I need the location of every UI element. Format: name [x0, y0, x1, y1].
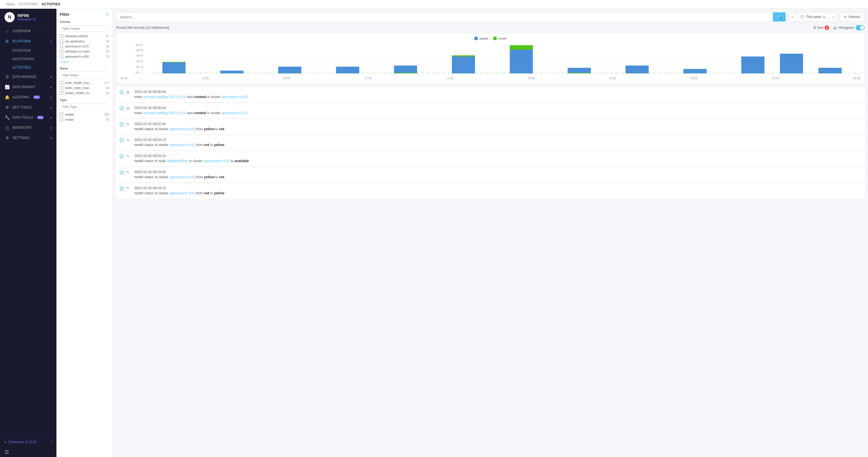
- activity-link-cluster[interactable]: opensearch-v131: [169, 127, 195, 131]
- sidebar-item-data-manage[interactable]: ☰ DATA MANAGE ∨: [0, 72, 56, 82]
- filter-name-input[interactable]: [60, 72, 109, 79]
- sort-label: Sort: [817, 26, 824, 30]
- filter-type-count-0: 289: [104, 113, 109, 116]
- filter-name-check-0[interactable]: [60, 81, 63, 84]
- activity-link-index[interactable]: security-auditlog-2023.10.30: [143, 111, 186, 115]
- activity-link-cluster[interactable]: opensearch-v131: [204, 159, 230, 163]
- logo-name: INFINI: [18, 13, 36, 18]
- activity-time: 2023-10-30 08:33:45: [134, 170, 861, 174]
- sidebar-item-alerting[interactable]: 🔔 ALERTING Pro ∨: [0, 92, 56, 102]
- activity-from: red: [204, 191, 209, 195]
- filter-cluster-check-0[interactable]: [60, 34, 63, 38]
- filter-cluster-check-2[interactable]: [60, 45, 63, 48]
- legend-update-label: update: [479, 37, 489, 40]
- activity-link-cluster[interactable]: opensearch-v131: [221, 111, 248, 115]
- sidebar-item-data-tools-label: DATA TOOLS: [12, 116, 33, 119]
- histogram-toggle[interactable]: [856, 25, 865, 30]
- time-prev-button[interactable]: ‹: [789, 12, 796, 22]
- hamburger-icon[interactable]: ☰: [0, 448, 56, 457]
- activity-to: yellow: [214, 143, 224, 147]
- sidebar-item-platform[interactable]: ⊞ PLATFORM ∧: [0, 36, 56, 46]
- activity-from: red: [204, 143, 209, 147]
- sidebar-item-platform-overview[interactable]: OVERVIEW: [0, 46, 56, 55]
- filter-cluster-item-3[interactable]: infinilabs-ccr-repli... 28: [60, 49, 109, 54]
- search-button[interactable]: 🔍: [773, 12, 785, 22]
- filter-type-check-1[interactable]: [60, 118, 63, 121]
- filter-name-item-2[interactable]: cluster_health_ch... 14: [60, 90, 109, 95]
- activity-link-node[interactable]: 3aaf8ded55ac: [167, 159, 188, 163]
- filter-cluster-item-2[interactable]: opensearch-v131 46: [60, 44, 109, 49]
- breadcrumb-platform[interactable]: PLATFORM: [19, 2, 37, 6]
- histogram-icon: 📊: [832, 26, 837, 30]
- filter-type-item-0[interactable]: update 289: [60, 112, 109, 117]
- activity-link-cluster[interactable]: opensearch-v131: [169, 191, 195, 195]
- sidebar-item-settings[interactable]: ⚙ SETTINGS ∨: [0, 133, 56, 143]
- filter-name-check-1[interactable]: [60, 86, 63, 89]
- x-label-5: 20:00: [528, 77, 535, 80]
- time-label[interactable]: 🕐 This week ∨: [796, 13, 829, 21]
- filter-cluster-name-2: opensearch-v131: [65, 45, 89, 48]
- activity-link-cluster[interactable]: opensearch-v100: [221, 95, 248, 99]
- filter-cluster-count-3: 28: [106, 50, 109, 53]
- filter-cluster-input[interactable]: [60, 25, 109, 32]
- histogram-label: 📊 Histogram: [832, 25, 865, 30]
- activity-desc: health status of cluster opensearch-v131…: [134, 127, 861, 132]
- activity-dot: [120, 90, 124, 94]
- filter-name-item-0[interactable]: node_health_cha... 272: [60, 80, 109, 85]
- sidebar-item-data-insight[interactable]: 📈 DATA INSIGHT ∨: [0, 82, 56, 92]
- sidebar-item-platform-activities[interactable]: ACTIVITIES: [0, 63, 56, 72]
- filter-cluster-item-4[interactable]: opensearch-v100 25: [60, 54, 109, 59]
- filter-refresh-icon[interactable]: ↻: [106, 12, 109, 17]
- sidebar-item-dev-tools[interactable]: ⚙ DEV TOOLS ∨: [0, 102, 56, 112]
- sidebar-footer[interactable]: ♦ Enterprise (1.10.0) ›: [0, 436, 56, 448]
- filter-type-item-1[interactable]: create 60: [60, 117, 109, 122]
- chevron-right-icon: ›: [51, 440, 52, 444]
- filter-cluster-check-3[interactable]: [60, 50, 63, 53]
- breadcrumb-home[interactable]: Home: [6, 2, 15, 6]
- bar-create-0: [162, 62, 185, 62]
- x-label-3: 17:00: [365, 77, 372, 80]
- activity-from: yellow: [204, 127, 214, 131]
- filter-cluster-check-4[interactable]: [60, 55, 63, 58]
- filter-name-item-1[interactable]: index_state_chan... 63: [60, 85, 109, 90]
- cluster-more-link[interactable]: +more: [60, 60, 69, 63]
- results-bar: Found 349 records (13 millisecond) ⇅ Sor…: [116, 25, 865, 31]
- activity-link-cluster[interactable]: opensearch-v131: [169, 143, 195, 147]
- list-item: ✎ 2023-10-30 08:03:13 health status of c…: [116, 135, 865, 150]
- svg-text:10: 10: [135, 65, 143, 68]
- activity-time: 2023-10-30 08:03:13: [134, 138, 861, 142]
- activity-dot: [120, 122, 124, 126]
- filter-name-check-2[interactable]: [60, 91, 63, 95]
- sidebar-item-settings-label: SETTINGS: [12, 136, 29, 140]
- refresh-icon: ↻: [844, 15, 847, 19]
- svg-text:30: 30: [135, 54, 143, 57]
- activity-link-cluster[interactable]: opensearch-v131: [169, 175, 195, 179]
- time-next-button[interactable]: ›: [829, 12, 837, 22]
- filter-type-check-0[interactable]: [60, 113, 63, 116]
- filter-cluster-name-3: infinilabs-ccr-repli...: [65, 50, 92, 53]
- search-input[interactable]: [117, 13, 773, 22]
- sidebar-item-inventory[interactable]: ◫ INVENTORY ∨: [0, 122, 56, 133]
- sort-button[interactable]: ⇅ Sort 1: [813, 25, 829, 30]
- filter-type-name-0: update: [65, 113, 74, 116]
- edit-icon: ✎: [126, 187, 131, 192]
- x-label-9: 08:00: [853, 77, 860, 80]
- enterprise-icon: ♦: [4, 440, 6, 444]
- activity-dot: [120, 107, 124, 110]
- filter-type-input[interactable]: [60, 104, 109, 110]
- refresh-button[interactable]: ↻ Refresh: [840, 12, 865, 22]
- platform-icon: ⊞: [4, 39, 9, 44]
- sidebar-item-overview[interactable]: ⌂ OVERVIEW: [0, 26, 56, 36]
- doc-icon: ⊞: [126, 90, 131, 95]
- filter-cluster-count-4: 25: [106, 55, 109, 58]
- activity-link-index[interactable]: security-auditlog-2023.10.30: [143, 95, 186, 99]
- sidebar-item-platform-monitoring[interactable]: MONITORING: [0, 55, 56, 63]
- filter-cluster-check-1[interactable]: [60, 39, 63, 43]
- activity-desc: health status of cluster opensearch-v131…: [134, 143, 861, 147]
- filter-cluster-item-0[interactable]: infinilabs-es6815 51: [60, 34, 109, 39]
- sidebar-item-data-manage-label: DATA MANAGE: [12, 75, 36, 79]
- activity-content: 2023-10-30 08:03:14 health status of nod…: [134, 154, 861, 164]
- filter-cluster-item-1[interactable]: my-application 48: [60, 39, 109, 44]
- sidebar-item-data-tools[interactable]: 🔧 DATA TOOLS Pro ∨: [0, 112, 56, 122]
- histogram-text: Histogram: [838, 26, 854, 30]
